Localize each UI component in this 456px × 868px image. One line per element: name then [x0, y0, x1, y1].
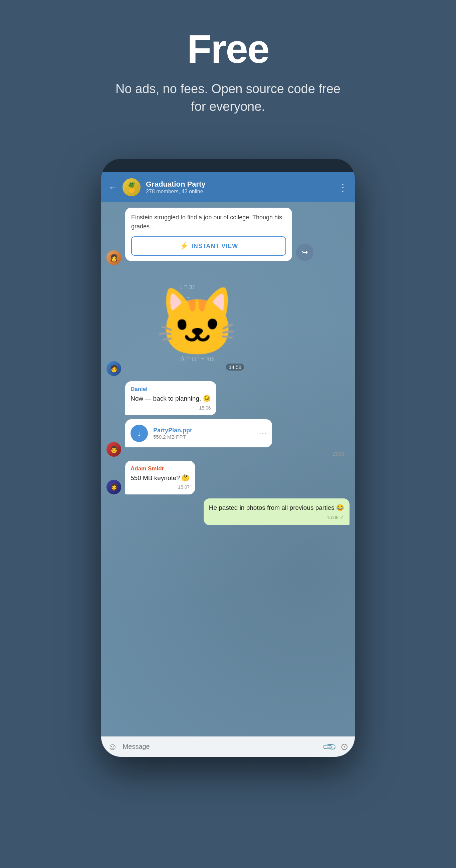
read-checkmark: ✓	[340, 515, 344, 521]
message-text-adam: 550 MB keynote? 🤔	[130, 473, 190, 483]
hero-title: Free	[187, 27, 269, 71]
message-text: Now — back to planning. 😉	[130, 394, 211, 403]
message-sender: Daniel	[130, 386, 211, 393]
avatar-placeholder: 👩	[107, 250, 121, 265]
message-text-outgoing: He pasted in photos from all previous pa…	[209, 503, 344, 513]
file-info: PartyPlan.ppt 550.2 MB PPT	[153, 427, 253, 440]
message-input[interactable]	[123, 743, 318, 750]
user-avatar-3: 👨	[107, 442, 121, 457]
chat-input-bar: ☺ 📎 ⊙	[101, 737, 355, 757]
chat-info: Graduation Party 278 members, 42 online	[146, 180, 333, 195]
article-preview-row: 👩 Einstein struggled to find a job out o…	[107, 208, 349, 265]
message-time-adam: 15:07	[130, 485, 190, 490]
file-size: 550.2 MB PPT	[153, 434, 253, 440]
more-options-button[interactable]: ⋮	[338, 182, 347, 193]
user-avatar-4: 🧔	[107, 480, 121, 494]
sticker-row: 🧑 l = πr A = V = l³ P = 2πr A = πr² s = …	[107, 269, 349, 376]
instant-view-button[interactable]: ⚡ INSTANT VIEW	[131, 236, 286, 256]
attach-button[interactable]: 📎	[321, 739, 337, 755]
file-bubble: ↓ PartyPlan.ppt 550.2 MB PPT ⋯	[125, 419, 272, 447]
hero-section: Free No ads, no fees. Open source code f…	[0, 0, 456, 135]
sticker-time: 14:58	[226, 364, 244, 371]
phone-wrapper: ← 🍍 Graduation Party 278 members, 42 onl…	[101, 159, 355, 757]
emoji-button[interactable]: ☺	[108, 741, 118, 752]
user-avatar-1: 👩	[107, 250, 121, 265]
file-row: 👨 ↓ PartyPlan.ppt 550.2 MB PPT ⋯ 15:06	[107, 419, 349, 457]
message-sender-adam: Adam Smidt	[130, 465, 190, 472]
back-button[interactable]: ←	[109, 182, 117, 193]
message-row-adam: 🧔 Adam Smidt 550 MB keynote? 🤔 15:07	[107, 461, 349, 495]
message-bubble-adam: Adam Smidt 550 MB keynote? 🤔 15:07	[125, 461, 195, 495]
share-button[interactable]: ↪	[296, 244, 313, 261]
article-preview-text: Einstein struggled to find a job out of …	[125, 208, 292, 236]
message-bubble-daniel: Daniel Now — back to planning. 😉 15:06	[125, 381, 216, 415]
message-row-outgoing: He pasted in photos from all previous pa…	[107, 498, 349, 525]
cat-sticker: 🐱	[151, 276, 244, 369]
chat-name: Graduation Party	[146, 180, 333, 189]
message-bubble-outgoing: He pasted in photos from all previous pa…	[204, 498, 349, 525]
chat-body: 👩 Einstein struggled to find a job out o…	[101, 202, 355, 737]
instant-view-label: INSTANT VIEW	[192, 243, 238, 250]
sticker-area: l = πr A = V = l³ P = 2πr A = πr² s = √r…	[144, 269, 251, 376]
chat-members: 278 members, 42 online	[146, 189, 333, 195]
phone-frame: ← 🍍 Graduation Party 278 members, 42 onl…	[101, 159, 355, 757]
hero-subtitle: No ads, no fees. Open source code free f…	[111, 80, 345, 116]
file-more-button[interactable]: ⋯	[259, 429, 267, 438]
group-avatar: 🍍	[123, 178, 141, 196]
chat-header: ← 🍍 Graduation Party 278 members, 42 onl…	[101, 172, 355, 202]
file-bubble-wrapper: ↓ PartyPlan.ppt 550.2 MB PPT ⋯ 15:06	[125, 419, 349, 457]
camera-button[interactable]: ⊙	[340, 741, 348, 752]
file-time: 15:06	[125, 452, 349, 457]
bottom-spacer	[107, 529, 349, 534]
download-button[interactable]: ↓	[130, 425, 148, 442]
user-avatar-2: 🧑	[107, 361, 121, 376]
file-name: PartyPlan.ppt	[153, 427, 253, 434]
article-bubble: Einstein struggled to find a job out of …	[125, 208, 292, 261]
instant-view-icon: ⚡	[179, 242, 188, 250]
phone-topbar	[101, 159, 355, 172]
message-time: 15:06	[130, 405, 211, 411]
message-row-daniel: Daniel Now — back to planning. 😉 15:06	[107, 381, 349, 415]
message-time-outgoing: 15:08 ✓	[209, 515, 344, 521]
